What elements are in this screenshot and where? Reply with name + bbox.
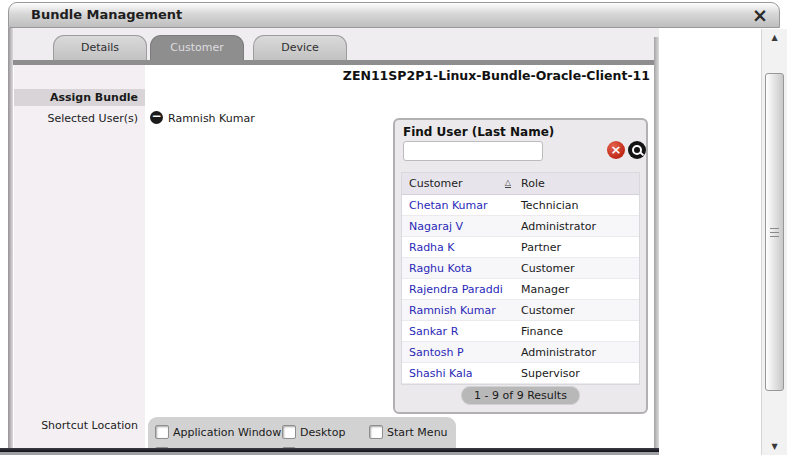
tab-device-label: Device [281, 41, 319, 54]
user-link[interactable]: Rajendra Paraddi [409, 283, 503, 296]
checkbox-icon[interactable] [369, 425, 383, 439]
table-body: Chetan Kumar Technician Nagaraj V Admini… [402, 195, 639, 384]
tab-customer-label: Customer [170, 41, 223, 54]
user-link[interactable]: Raghu Kota [409, 262, 472, 275]
tab-device[interactable]: Device [253, 35, 347, 60]
bundle-name-title: ZEN11SP2P1-Linux-Bundle-Oracle-Client-11 [343, 68, 650, 83]
user-role: Partner [515, 241, 639, 254]
content-right-border [654, 37, 659, 455]
checkbox-icon[interactable] [282, 425, 296, 439]
table-header-row: Customer △ Role [402, 173, 639, 195]
tab-details[interactable]: Details [53, 35, 147, 60]
table-row: Sankar R Finance [402, 321, 639, 342]
find-user-title: Find User (Last Name) [403, 125, 554, 139]
pagination-results[interactable]: 1 - 9 of 9 Results [461, 386, 580, 405]
dialog-content: Details Customer Device ZEN11SP2P1-Linux… [13, 28, 659, 455]
column-header-role[interactable]: Role [515, 177, 639, 190]
tab-customer[interactable]: Customer [150, 35, 244, 60]
find-user-panel: Find User (Last Name) × Customer △ Role … [393, 118, 648, 414]
user-link[interactable]: Radha K [409, 241, 455, 254]
user-link[interactable]: Ramnish Kumar [409, 304, 496, 317]
checkbox-desktop[interactable]: Desktop [282, 425, 345, 439]
dialog-title-bar: Bundle Management × [8, 2, 780, 28]
scrollbar-grip-icon [770, 228, 779, 237]
pagination-row: 1 - 9 of 9 Results [395, 386, 646, 405]
checkbox-start-menu[interactable]: Start Menu [369, 425, 448, 439]
tab-strip: Details Customer Device [13, 28, 659, 60]
user-role: Customer [515, 304, 639, 317]
tab-details-label: Details [81, 41, 119, 54]
user-results-table: Customer △ Role Chetan Kumar Technician … [401, 172, 640, 385]
user-link[interactable]: Shashi Kala [409, 367, 473, 380]
user-link[interactable]: Nagaraj V [409, 220, 463, 233]
column-header-customer[interactable]: Customer [409, 177, 462, 190]
table-row: Shashi Kala Supervisor [402, 363, 639, 384]
user-role: Customer [515, 262, 639, 275]
table-row: Ramnish Kumar Customer [402, 300, 639, 321]
assign-bundle-header: Assign Bundle [14, 89, 145, 106]
user-link[interactable]: Sankar R [409, 325, 458, 338]
table-row: Raghu Kota Customer [402, 258, 639, 279]
clear-search-icon[interactable]: × [607, 141, 625, 159]
selected-user-name: Ramnish Kumar [168, 112, 255, 125]
user-role: Administrator [515, 220, 639, 233]
table-row: Radha K Partner [402, 237, 639, 258]
checkbox-label: Desktop [300, 426, 345, 439]
user-role: Supervisor [515, 367, 639, 380]
search-handle [640, 152, 644, 156]
user-link[interactable]: Santosh P [409, 346, 464, 359]
dialog-title: Bundle Management [31, 7, 182, 22]
user-role: Finance [515, 325, 639, 338]
user-link[interactable]: Chetan Kumar [409, 199, 488, 212]
checkbox-label: Application Window [173, 426, 281, 439]
search-icon[interactable] [628, 141, 646, 159]
user-role: Administrator [515, 346, 639, 359]
checkbox-application-window[interactable]: Application Window [155, 425, 281, 439]
user-role: Manager [515, 283, 639, 296]
checkbox-icon[interactable] [155, 425, 169, 439]
sort-ascending-icon[interactable]: △ [505, 179, 511, 188]
table-row: Chetan Kumar Technician [402, 195, 639, 216]
scroll-down-icon[interactable]: ▼ [762, 442, 787, 451]
scrollbar-thumb[interactable] [765, 73, 784, 391]
bundle-management-dialog: Bundle Management × Details Customer Dev… [0, 0, 788, 455]
remove-user-icon[interactable]: − [150, 111, 163, 124]
selected-users-label: Selected User(s) [14, 112, 145, 125]
close-icon[interactable]: × [752, 2, 768, 28]
shortcut-location-label: Shortcut Location [14, 419, 145, 432]
search-input[interactable] [403, 141, 543, 161]
table-row: Nagaraj V Administrator [402, 216, 639, 237]
checkbox-label: Start Menu [387, 426, 448, 439]
scroll-up-icon[interactable]: ▲ [762, 33, 787, 42]
table-row: Santosh P Administrator [402, 342, 639, 363]
table-row: Rajendra Paraddi Manager [402, 279, 639, 300]
vertical-scrollbar[interactable]: ▲ ▼ [761, 29, 787, 455]
user-role: Technician [515, 199, 639, 212]
